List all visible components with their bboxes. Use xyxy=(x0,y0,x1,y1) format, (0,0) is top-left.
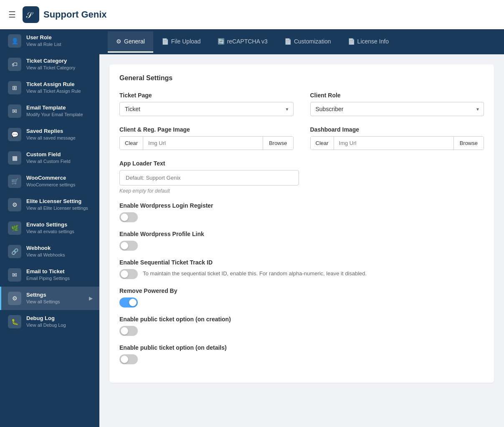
sidebar-item-subtitle-ticket-category: View all Ticket Category xyxy=(26,65,93,71)
client-role-group: Client Role Subscriber Customer Editor xyxy=(310,92,484,116)
client-reg-url-input[interactable] xyxy=(143,137,263,150)
sidebar-item-icon-saved-replies: 💬 xyxy=(8,128,21,141)
sidebar-item-icon-envato-settings: 🌿 xyxy=(8,221,21,235)
app-loader-input[interactable] xyxy=(119,170,299,186)
sidebar-item-text-ticket-category: Ticket Category View all Ticket Category xyxy=(26,58,93,71)
sidebar-item-ticket-category[interactable]: 🏷 Ticket Category View all Ticket Catego… xyxy=(0,53,99,76)
sidebar-item-debug-log[interactable]: 🐛 Debug Log View all Debug Log xyxy=(0,310,99,333)
sidebar-item-user-role[interactable]: 👤 User Role View all Role List xyxy=(0,29,99,53)
dashboard-image-upload: Clear Browse xyxy=(310,136,484,150)
sidebar-item-icon-user-role: 👤 xyxy=(8,34,21,48)
wp-profile-label: Enable Wordpress Profile Link xyxy=(119,231,484,237)
tab-icon-license-info: 📄 xyxy=(348,38,355,45)
sidebar-item-title-email-template: Email Template xyxy=(26,104,93,112)
tab-license-info[interactable]: 📄 License Info xyxy=(339,31,398,53)
sidebar-item-email-to-ticket[interactable]: ✉ Email to Ticket Email Piping Settings xyxy=(0,263,99,287)
client-role-select[interactable]: Subscriber Customer Editor xyxy=(310,102,484,116)
app-loader-hint: Keep empty for default xyxy=(119,188,484,194)
tab-recaptcha[interactable]: 🔄 reCAPTCHA v3 xyxy=(209,31,276,53)
image-row: Client & Reg. Page Image Clear Browse Da… xyxy=(119,126,484,150)
public-ticket-creation-label: Enable public ticket option (on creation… xyxy=(119,316,484,323)
sidebar-item-text-email-to-ticket: Email to Ticket Email Piping Settings xyxy=(26,268,93,281)
sidebar-item-subtitle-saved-replies: View all saved message xyxy=(26,135,93,141)
tab-icon-general: ⚙ xyxy=(116,38,122,45)
sidebar-item-subtitle-settings: View all Settings xyxy=(26,299,84,305)
tab-label-recaptcha: reCAPTCHA v3 xyxy=(227,38,268,45)
public-ticket-details-group: Enable public ticket option (on details) xyxy=(119,344,484,364)
app-logo: 𝒮 xyxy=(23,6,39,23)
sidebar-item-icon-ticket-assign-rule: ⊞ xyxy=(8,81,21,94)
sidebar-item-elite-licenser[interactable]: ⚙ Elite Licenser Setting View all Elite … xyxy=(0,193,99,216)
wp-profile-toggle[interactable] xyxy=(119,241,138,251)
sidebar-item-subtitle-debug-log: View all Debug Log xyxy=(26,322,93,328)
sequential-ticket-toggle[interactable] xyxy=(119,269,138,279)
sidebar-item-title-woocommerce: WooCommerce xyxy=(26,175,93,182)
dashboard-browse-button[interactable]: Browse xyxy=(453,137,484,150)
remove-powered-group: Remove Powered By xyxy=(119,287,484,308)
public-ticket-creation-group: Enable public ticket option (on creation… xyxy=(119,316,484,336)
sidebar-item-icon-settings: ⚙ xyxy=(8,292,21,305)
tab-customization[interactable]: 📄 Customization xyxy=(276,31,339,53)
tab-general[interactable]: ⚙ General xyxy=(108,31,153,53)
sidebar-item-text-woocommerce: WooCommerce WooCommerce settings xyxy=(26,175,93,188)
sidebar-item-title-ticket-assign-rule: Ticket Assign Rule xyxy=(26,81,93,88)
sidebar-item-icon-email-to-ticket: ✉ xyxy=(8,268,21,282)
dashboard-url-input[interactable] xyxy=(334,137,453,150)
settings-card: General Settings Ticket Page Ticket Supp… xyxy=(109,64,494,383)
sidebar-item-text-envato-settings: Envato Settings View all envato settings xyxy=(26,221,93,234)
wp-login-toggle[interactable] xyxy=(119,212,138,222)
dashboard-clear-button[interactable]: Clear xyxy=(311,137,334,150)
wp-profile-group: Enable Wordpress Profile Link xyxy=(119,231,484,251)
remove-powered-label: Remove Powered By xyxy=(119,287,484,294)
sidebar-item-ticket-assign-rule[interactable]: ⊞ Ticket Assign Rule View all Ticket Ass… xyxy=(0,76,99,99)
ticket-page-select-wrapper: Ticket Support Help xyxy=(119,102,294,116)
sidebar-item-icon-email-template: ✉ xyxy=(8,104,21,118)
settings-content: General Settings Ticket Page Ticket Supp… xyxy=(99,54,504,393)
sidebar-item-woocommerce[interactable]: 🛒 WooCommerce WooCommerce settings xyxy=(0,170,99,193)
public-ticket-details-toggle[interactable] xyxy=(119,354,138,364)
sidebar-item-envato-settings[interactable]: 🌿 Envato Settings View all envato settin… xyxy=(0,216,99,240)
public-ticket-details-label: Enable public ticket option (on details) xyxy=(119,344,484,351)
ticket-page-select[interactable]: Ticket Support Help xyxy=(119,102,294,116)
sidebar-item-title-debug-log: Debug Log xyxy=(26,315,93,322)
sidebar-item-subtitle-ticket-assign-rule: View all Ticket Assign Rule xyxy=(26,88,93,94)
remove-powered-toggle-wrapper xyxy=(119,297,484,308)
public-ticket-creation-toggle[interactable] xyxy=(119,326,138,336)
sidebar-item-subtitle-elite-licenser: View all Elite Licenser settings xyxy=(26,205,93,211)
sidebar-item-text-webhook: Webhook View all Webhooks xyxy=(26,245,93,258)
sidebar-item-title-elite-licenser: Elite Licenser Setting xyxy=(26,198,93,205)
sidebar-item-custom-field[interactable]: ▦ Custom Field View all Custom Field xyxy=(0,146,99,170)
client-reg-browse-button[interactable]: Browse xyxy=(263,137,293,150)
sidebar-item-text-custom-field: Custom Field View all Custom Field xyxy=(26,151,93,164)
top-header: ☰ 𝒮 Support Genix xyxy=(0,0,504,29)
tabs-bar: ⚙ General 📄 File Upload 🔄 reCAPTCHA v3 📄… xyxy=(99,29,504,54)
client-reg-clear-button[interactable]: Clear xyxy=(120,137,143,150)
sidebar-chevron-icon: ▶ xyxy=(89,295,93,301)
app-loader-label: App Loader Text xyxy=(119,160,484,167)
sidebar-item-icon-elite-licenser: ⚙ xyxy=(8,198,21,211)
sidebar-item-icon-debug-log: 🐛 xyxy=(8,315,21,328)
sidebar-item-settings[interactable]: ⚙ Settngs View all Settings ▶ xyxy=(0,287,99,310)
sidebar-item-title-custom-field: Custom Field xyxy=(26,151,93,158)
hamburger-icon[interactable]: ☰ xyxy=(8,10,16,20)
tab-file-upload[interactable]: 📄 File Upload xyxy=(153,31,209,53)
sidebar-item-webhook[interactable]: 🔗 Webhook View all Webhooks xyxy=(0,240,99,263)
ticket-page-row: Ticket Page Ticket Support Help Client R… xyxy=(119,92,484,116)
sidebar-item-title-ticket-category: Ticket Category xyxy=(26,58,93,65)
sidebar-item-email-template[interactable]: ✉ Email Template Modify Your Email Templ… xyxy=(0,99,99,123)
wp-profile-toggle-wrapper xyxy=(119,241,484,251)
sidebar-item-title-envato-settings: Envato Settings xyxy=(26,221,93,229)
sequential-ticket-toggle-wrapper: To maintain the sequential ticket ID, en… xyxy=(119,269,484,279)
sidebar-item-title-settings: Settngs xyxy=(26,292,84,299)
sidebar-item-subtitle-email-to-ticket: Email Piping Settings xyxy=(26,275,93,281)
main-layout: 👤 User Role View all Role List 🏷 Ticket … xyxy=(0,29,504,427)
sidebar-item-title-user-role: User Role xyxy=(26,34,93,41)
sidebar-item-saved-replies[interactable]: 💬 Saved Replies View all saved message xyxy=(0,123,99,146)
remove-powered-toggle[interactable] xyxy=(119,297,138,308)
sidebar-item-subtitle-email-template: Modify Your Email Template xyxy=(26,112,93,117)
sequential-ticket-desc: To maintain the sequential ticket ID, en… xyxy=(143,270,367,277)
sidebar-item-text-user-role: User Role View all Role List xyxy=(26,34,93,47)
app-loader-group: App Loader Text Keep empty for default xyxy=(119,160,484,194)
tab-label-general: General xyxy=(124,38,145,45)
sidebar-item-text-email-template: Email Template Modify Your Email Templat… xyxy=(26,104,93,117)
